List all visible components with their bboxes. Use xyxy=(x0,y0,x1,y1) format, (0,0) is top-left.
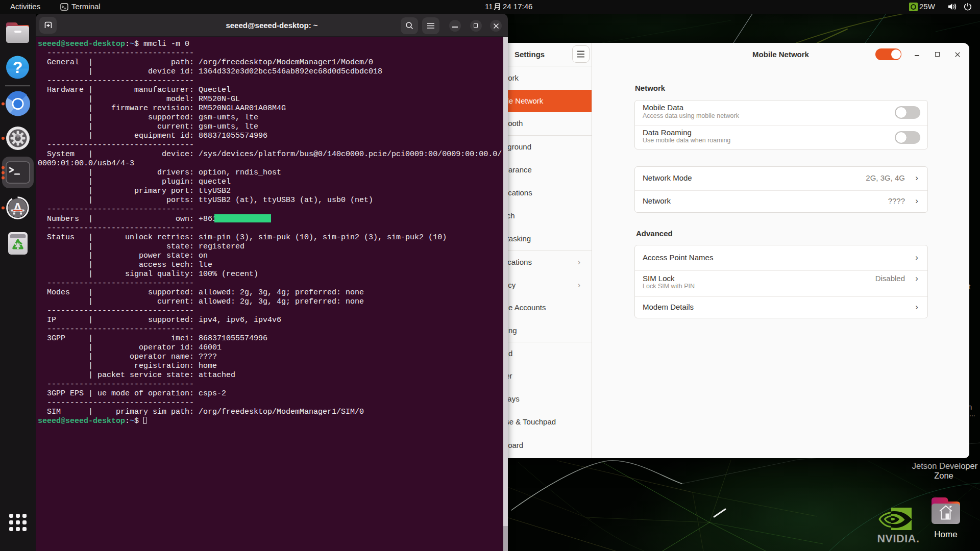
svg-text:Jetson Developer: Jetson Developer xyxy=(912,461,978,470)
svg-text:Home: Home xyxy=(934,530,957,539)
svg-text:...: ... xyxy=(969,410,975,418)
svg-text:?: ? xyxy=(13,58,23,77)
svg-text:NVIDIA.: NVIDIA. xyxy=(877,533,919,545)
svg-text:Zone: Zone xyxy=(934,471,953,480)
